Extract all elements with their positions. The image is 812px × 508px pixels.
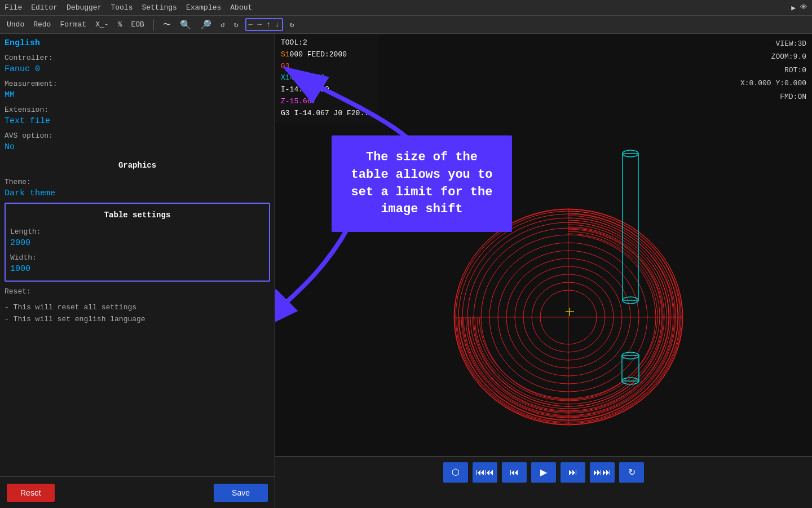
table-settings-title: Table settings (10, 208, 264, 224)
gcode-line3: G3 (281, 61, 373, 73)
sidebar: English Controller: Fanuc 0 Measurement:… (0, 34, 275, 488)
playback-bar: ⬡ ⏮⏮ ⏮ ▶ ⏭ ⏭⏭ ↻ (275, 456, 812, 488)
format-button[interactable]: Format (58, 19, 89, 30)
undo-button[interactable]: Undo (5, 19, 27, 30)
nav-buttons: ← → ↑ ↓ (245, 18, 283, 31)
coords-display: X:0.000 Y:0.000 (740, 77, 806, 90)
zoom-level: ZOOM:9.0 (740, 50, 806, 63)
controller-value[interactable]: Fanuc 0 (5, 63, 270, 76)
length-value[interactable]: 2000 (10, 237, 264, 250)
reset-info: - This will reset all settings - This wi… (5, 297, 270, 330)
menu-examples[interactable]: Examples (186, 3, 221, 12)
view-type: VIEW:3D (740, 37, 806, 50)
measurement-label: Measurement: (5, 76, 270, 89)
nav-left-button[interactable]: ← (246, 19, 255, 30)
gcode-line2: S1000 FEED:2000 (281, 49, 373, 61)
graphics-title: Graphics (5, 154, 270, 174)
x-button[interactable]: X_- (93, 19, 111, 30)
save-button[interactable]: Save (214, 484, 268, 502)
reset-hint2: - This will set english language (5, 313, 270, 325)
toolbar-separator (153, 19, 154, 30)
menu-file[interactable]: File (5, 3, 22, 12)
width-value[interactable]: 1000 (10, 263, 264, 276)
gcode-line7: G3 I-14.067 J0 F20... (281, 108, 373, 120)
reset-button[interactable]: Reset (7, 484, 55, 502)
nav-down-button[interactable]: ↓ (273, 19, 282, 30)
reset-hint1: - This will reset all settings (5, 301, 270, 313)
play-icon[interactable]: ▶ (791, 3, 796, 12)
waveform-icon: 〜 (161, 19, 173, 31)
toolbar: Undo Redo Format X_- % EOB 〜 🔍 🔎 ↺ ↻ ← →… (0, 16, 812, 34)
extension-value[interactable]: Text file (5, 115, 270, 128)
pb-forward-fast-button[interactable]: ⏭⏭ (590, 462, 615, 483)
menu-tools[interactable]: Tools (111, 3, 133, 12)
sidebar-bottom-bar: Reset Save (0, 476, 275, 508)
zoom-out-icon[interactable]: 🔍 (178, 18, 193, 32)
table-settings-box: Table settings Length: 2000 Width: 1000 (5, 203, 270, 282)
gcode-line6: Z-15.667 (281, 96, 373, 108)
tooltip-text: The size of the table allows you to set … (351, 150, 493, 216)
redo-button[interactable]: Redo (31, 19, 53, 30)
zoom-in-icon[interactable]: 🔎 (198, 18, 214, 32)
eob-button[interactable]: EOB (129, 19, 146, 30)
extension-label: Extension: (5, 102, 270, 115)
menu-bar: File Editor Debugger Tools Settings Exam… (0, 0, 812, 16)
pb-rewind-button[interactable]: ⏮ (502, 462, 527, 483)
menu-about[interactable]: About (230, 3, 252, 12)
fmd-status: FMD:ON (740, 90, 806, 103)
gcode-line4: X14.067 I0 (281, 72, 373, 84)
tooltip-box: The size of the table allows you to set … (332, 135, 512, 232)
view-area: TOOL:2 S1000 FEED:2000 G3 X14.067 I0 I-1… (275, 34, 812, 488)
length-label: Length: (10, 224, 264, 237)
pb-rewind-fast-button[interactable]: ⏮⏮ (473, 462, 497, 483)
pb-loop-button[interactable]: ↻ (619, 462, 644, 483)
nav-right-button[interactable]: → (255, 19, 264, 30)
gcode-line1: TOOL:2 (281, 37, 373, 49)
rot-value: ROT:0 (740, 64, 806, 77)
pb-3d-button[interactable]: ⬡ (443, 462, 468, 483)
pb-forward-button[interactable]: ⏭ (561, 462, 585, 483)
measurement-value[interactable]: MM (5, 89, 270, 102)
percent-button[interactable]: % (116, 19, 125, 30)
menu-debugger[interactable]: Debugger (67, 3, 102, 12)
language-value: English (5, 36, 270, 50)
reset-label: Reset: (5, 284, 270, 297)
undo-rotate-icon[interactable]: ↺ (218, 19, 227, 30)
theme-label: Theme: (5, 174, 270, 187)
gcode-line5: I-14.067 J0 (281, 84, 373, 96)
view-info: VIEW:3D ZOOM:9.0 ROT:0 X:0.000 Y:0.000 F… (735, 34, 812, 107)
pb-play-button[interactable]: ▶ (531, 462, 556, 483)
controller-label: Controller: (5, 50, 270, 63)
theme-value[interactable]: Dark theme (5, 187, 270, 200)
eye-icon[interactable]: 👁 (800, 3, 807, 12)
gcode-panel: TOOL:2 S1000 FEED:2000 G3 X14.067 I0 I-1… (275, 34, 379, 123)
avs-value[interactable]: No (5, 141, 270, 154)
main-layout: English Controller: Fanuc 0 Measurement:… (0, 34, 812, 488)
menu-editor[interactable]: Editor (31, 3, 58, 12)
redo-rotate-icon[interactable]: ↻ (232, 19, 241, 30)
cycle-icon[interactable]: ↻ (288, 19, 297, 30)
menu-settings[interactable]: Settings (142, 3, 176, 12)
nav-up-button[interactable]: ↑ (264, 19, 273, 30)
width-label: Width: (10, 250, 264, 263)
avs-label: AVS option: (5, 128, 270, 141)
